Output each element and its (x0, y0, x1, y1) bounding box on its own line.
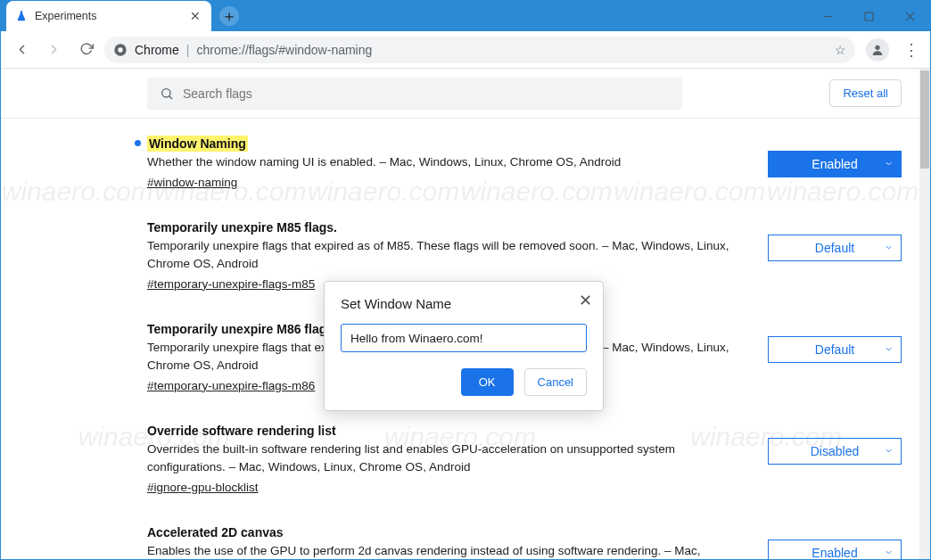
modified-indicator-icon (135, 140, 141, 146)
search-flags-box[interactable] (147, 78, 682, 110)
search-row: Reset all (1, 69, 919, 119)
flag-state-label: Enabled (812, 157, 857, 171)
window-name-input[interactable] (341, 324, 587, 352)
flag-description: Enables the use of the GPU to perform 2d… (147, 544, 701, 559)
tab-close-icon[interactable]: ✕ (188, 9, 202, 23)
bookmark-star-icon[interactable]: ☆ (835, 43, 846, 57)
url-text: chrome://flags/#window-naming (196, 43, 372, 57)
flag-description: Temporarily unexpire flags that expired … (147, 239, 729, 270)
chevron-down-icon (884, 157, 894, 171)
svg-line-8 (169, 95, 172, 98)
chevron-down-icon (884, 546, 894, 559)
flag-item: Window NamingWhether the window naming U… (147, 135, 902, 192)
flag-description: Whether the window naming UI is enabled.… (147, 155, 621, 169)
svg-point-6 (875, 45, 879, 49)
flag-state-select[interactable]: Default (768, 235, 902, 261)
flag-description: Overrides the built-in software renderin… (147, 442, 675, 474)
flag-state-label: Enabled (812, 546, 857, 559)
cancel-button[interactable]: Cancel (524, 368, 587, 396)
window-close-button[interactable] (889, 1, 930, 31)
flag-state-select[interactable]: Enabled (768, 151, 902, 177)
new-tab-button[interactable]: ＋ (217, 1, 242, 31)
reload-button[interactable] (72, 37, 99, 63)
svg-rect-1 (865, 12, 873, 21)
plus-icon: ＋ (219, 6, 239, 26)
flag-title: Accelerated 2D canvas (147, 525, 284, 539)
flag-title: Temporarily unexpire M85 flags. (147, 220, 337, 235)
scrollbar[interactable] (919, 69, 930, 559)
flag-title: Temporarily unexpire M86 flags. (147, 322, 337, 336)
window-maximize-button[interactable] (848, 1, 889, 31)
url-prefix: Chrome (135, 43, 179, 57)
flag-hash-link[interactable]: #window-naming (147, 174, 237, 192)
profile-avatar[interactable] (866, 38, 889, 62)
flag-title: Override software rendering list (147, 424, 336, 438)
url-divider: | (186, 43, 190, 57)
flag-state-select[interactable]: Enabled (768, 539, 902, 559)
browser-tab[interactable]: Experiments ✕ (6, 1, 211, 31)
dialog-title: Set Window Name (341, 296, 587, 311)
flag-text: Override software rendering listOverride… (147, 422, 750, 497)
flag-title: Window Naming (147, 136, 248, 152)
menu-button[interactable]: ⋮ (900, 40, 923, 60)
chrome-icon (113, 43, 128, 57)
search-flags-input[interactable] (183, 86, 670, 101)
flag-state-label: Disabled (811, 444, 859, 458)
back-button[interactable] (8, 37, 35, 63)
svg-point-7 (162, 88, 170, 96)
chevron-down-icon (884, 241, 894, 255)
flask-icon (15, 10, 28, 22)
flag-hash-link[interactable]: #ignore-gpu-blocklist (147, 479, 259, 497)
ok-button[interactable]: OK (461, 368, 514, 396)
svg-point-5 (118, 47, 122, 52)
dialog-close-icon[interactable]: ✕ (579, 291, 592, 310)
reset-all-button[interactable]: Reset all (829, 79, 902, 107)
forward-button[interactable] (40, 37, 67, 63)
flag-hash-link[interactable]: #temporary-unexpire-flags-m85 (147, 276, 315, 293)
flag-state-select[interactable]: Disabled (768, 438, 902, 465)
scrollbar-thumb[interactable] (920, 70, 929, 169)
window-minimize-button[interactable] (807, 1, 848, 31)
flag-state-select[interactable]: Default (768, 336, 902, 363)
chevron-down-icon (884, 342, 894, 357)
flag-text: Window NamingWhether the window naming U… (147, 135, 750, 192)
search-icon (160, 86, 174, 101)
set-window-name-dialog: ✕ Set Window Name OK Cancel (324, 281, 604, 411)
flag-hash-link[interactable]: #temporary-unexpire-flags-m86 (147, 377, 315, 395)
tab-title: Experiments (35, 10, 181, 22)
chevron-down-icon (884, 444, 894, 458)
flag-state-label: Default (815, 241, 854, 255)
flag-item: Accelerated 2D canvasEnables the use of … (147, 523, 902, 559)
toolbar: Chrome | chrome://flags/#window-naming ☆… (1, 31, 930, 69)
flag-text: Accelerated 2D canvasEnables the use of … (147, 523, 750, 559)
flag-state-label: Default (815, 342, 854, 357)
titlebar: Experiments ✕ ＋ (1, 1, 930, 31)
flag-item: Override software rendering listOverride… (147, 422, 902, 497)
address-bar[interactable]: Chrome | chrome://flags/#window-naming ☆ (104, 37, 855, 63)
